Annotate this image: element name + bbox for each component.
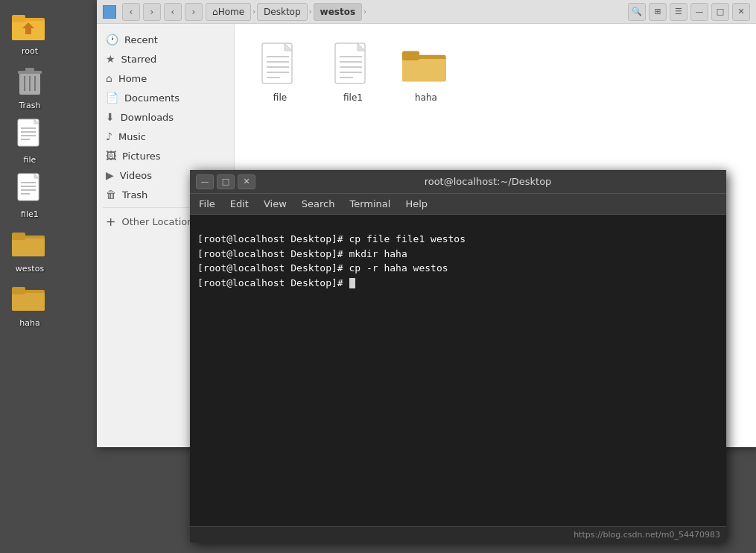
trash-folder-icon: [12, 63, 48, 99]
term-titlebar: — □ ✕ root@localhost:~/Desktop: [190, 170, 726, 194]
root-folder-icon: [12, 9, 48, 45]
bc-arrow-1: ›: [252, 7, 255, 16]
sidebar-item-recent[interactable]: 🕐 Recent: [97, 30, 234, 49]
term-minimize-btn[interactable]: —: [196, 174, 214, 189]
bc-arrow-2: ›: [309, 7, 312, 16]
fm-forward-button[interactable]: ›: [143, 3, 161, 21]
fm-titlebar: ‹ › ‹ › ⌂ Home › Desktop › westos ›: [97, 0, 756, 24]
desktop-icon-trash[interactable]: Trash: [2, 60, 57, 113]
recent-icon: 🕐: [106, 34, 118, 45]
term-menu-edit[interactable]: Edit: [227, 197, 252, 211]
term-cursor: [349, 278, 355, 288]
sidebar-item-home[interactable]: ⌂ Home: [97, 69, 234, 88]
term-line-1: [root@localhost Desktop]# cp file file1 …: [197, 233, 466, 244]
term-menu-search[interactable]: Search: [299, 197, 338, 211]
term-menu-file[interactable]: File: [196, 197, 218, 211]
svg-rect-4: [25, 28, 31, 34]
fm-bc-home[interactable]: ⌂ Home: [206, 3, 251, 21]
terminal-window: — □ ✕ root@localhost:~/Desktop File Edit…: [190, 170, 726, 543]
fm-file-file-icon: [256, 42, 304, 89]
videos-icon: ▶: [106, 169, 114, 181]
term-menu-terminal[interactable]: Terminal: [346, 197, 393, 211]
svg-rect-44: [402, 59, 446, 81]
trash-icon-label: Trash: [19, 101, 40, 110]
sidebar-item-pictures[interactable]: 🖼 Pictures: [97, 146, 234, 165]
term-status-url: https://blog.csdn.net/m0_54470983: [574, 530, 720, 540]
svg-rect-7: [25, 68, 34, 72]
fm-file-item-file1[interactable]: file1: [320, 36, 387, 109]
westos-icon-label: westos: [16, 264, 44, 274]
fm-view-list-btn[interactable]: ☰: [670, 3, 687, 21]
fm-bc-westos[interactable]: westos: [314, 3, 363, 21]
fm-minimize-btn[interactable]: —: [690, 3, 708, 21]
file-icon: [12, 118, 48, 154]
root-icon-label: root: [22, 46, 38, 56]
westos-folder-icon: [12, 227, 48, 262]
svg-rect-25: [12, 233, 25, 240]
fm-breadcrumb: ⌂ Home › Desktop › westos ›: [206, 3, 625, 21]
fm-search-toggle[interactable]: 🔍: [628, 3, 646, 21]
term-close-btn[interactable]: ✕: [238, 174, 255, 189]
desktop-icon-westos[interactable]: westos: [2, 224, 57, 276]
desktop-icon-root[interactable]: root: [2, 6, 57, 59]
fm-file1-label: file1: [343, 92, 363, 103]
term-window-buttons: — □ ✕: [196, 174, 255, 189]
term-menu-view[interactable]: View: [261, 197, 290, 211]
term-title: root@localhost:~/Desktop: [255, 176, 720, 187]
term-line-4: [root@localhost Desktop]#: [197, 277, 349, 288]
svg-rect-2: [12, 15, 25, 22]
term-content[interactable]: [root@localhost Desktop]# cp file file1 …: [190, 215, 726, 526]
svg-rect-45: [402, 51, 419, 60]
haha-icon-label: haha: [19, 318, 39, 328]
music-icon: ♪: [106, 130, 112, 142]
term-statusbar: https://blog.csdn.net/m0_54470983: [190, 526, 726, 543]
term-line-2: [root@localhost Desktop]# mkdir haha: [197, 248, 407, 259]
desktop-icon-file[interactable]: file: [2, 115, 57, 168]
fm-back-button[interactable]: ‹: [122, 3, 140, 21]
file1-icon: [12, 172, 48, 208]
desktop-icon-area: root Trash: [0, 0, 60, 553]
bc-arrow-3: ›: [363, 7, 366, 16]
term-maximize-btn[interactable]: □: [217, 174, 235, 189]
fm-haha-folder-label: haha: [415, 92, 437, 103]
fm-file-item-file[interactable]: file: [247, 36, 314, 109]
desktop: root Trash: [0, 0, 756, 553]
trash-sidebar-icon: 🗑: [106, 189, 116, 200]
fm-next-button[interactable]: ›: [185, 3, 203, 21]
term-menu-help[interactable]: Help: [402, 197, 431, 211]
fm-maximize-btn[interactable]: □: [711, 3, 729, 21]
documents-icon: 📄: [106, 92, 118, 104]
fm-file1-icon: [329, 42, 377, 89]
plus-icon: +: [106, 215, 115, 229]
sidebar-item-starred[interactable]: ★ Starred: [97, 49, 234, 69]
svg-rect-27: [12, 293, 45, 311]
fm-app-icon: [103, 5, 116, 19]
file1-icon-label: file1: [21, 209, 39, 219]
fm-haha-folder-icon: [402, 42, 450, 89]
desktop-icon-haha[interactable]: haha: [2, 278, 57, 331]
fm-prev-button[interactable]: ‹: [164, 3, 182, 21]
pictures-icon: 🖼: [106, 150, 116, 162]
fm-file-item-haha[interactable]: haha: [393, 36, 460, 109]
downloads-icon: ⬇: [106, 111, 115, 123]
fm-file-file-label: file: [273, 92, 287, 103]
fm-close-btn[interactable]: ✕: [732, 3, 750, 21]
fm-window-buttons: 🔍 ⊞ ☰ — □ ✕: [628, 3, 750, 21]
sidebar-item-downloads[interactable]: ⬇ Downloads: [97, 107, 234, 127]
desktop-icon-file1[interactable]: file1: [2, 169, 57, 222]
home-icon: ⌂: [212, 7, 218, 17]
haha-folder-icon: [12, 281, 48, 317]
svg-rect-28: [12, 287, 25, 294]
term-line-3: [root@localhost Desktop]# cp -r haha wes…: [197, 262, 448, 274]
fm-bc-desktop[interactable]: Desktop: [257, 3, 308, 21]
sidebar-item-documents[interactable]: 📄 Documents: [97, 88, 234, 107]
svg-rect-24: [12, 238, 45, 256]
sidebar-item-music[interactable]: ♪ Music: [97, 127, 234, 146]
star-icon: ★: [106, 53, 115, 65]
term-menubar: File Edit View Search Terminal Help: [190, 194, 726, 215]
home-sidebar-icon: ⌂: [106, 72, 112, 84]
fm-view-grid-btn[interactable]: ⊞: [649, 3, 667, 21]
file-icon-label: file: [24, 155, 36, 165]
